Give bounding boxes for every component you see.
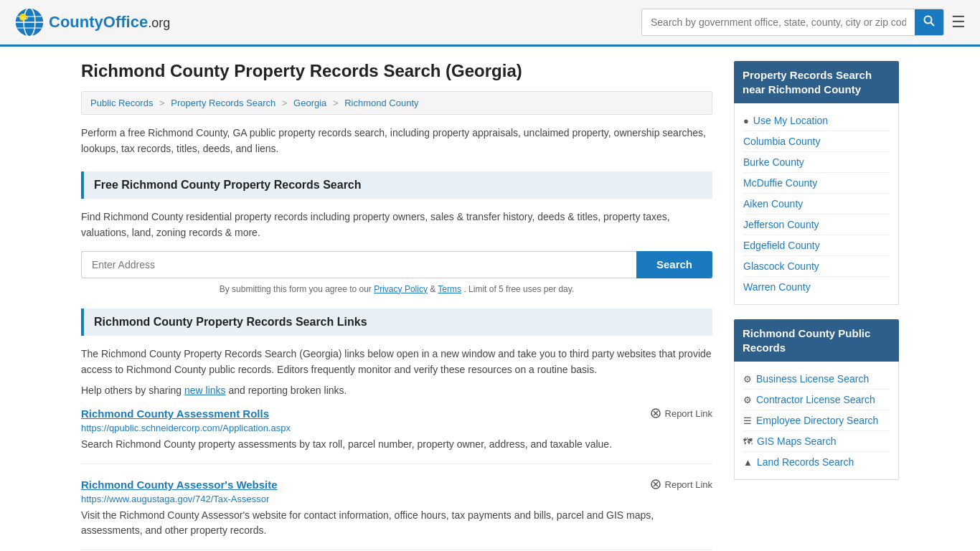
employee-directory-search-item[interactable]: ☰ Employee Directory Search [743,410,890,431]
privacy-policy-link[interactable]: Privacy Policy [374,284,428,294]
breadcrumb-georgia[interactable]: Georgia [293,98,326,108]
breadcrumb-sep3: > [333,98,339,108]
business-license-link[interactable]: Business License Search [756,373,869,385]
breadcrumb-sep1: > [159,98,165,108]
logo-icon: CO [14,7,44,37]
free-search-section: Free Richmond County Property Records Se… [81,171,712,294]
breadcrumb-richmond-county[interactable]: Richmond County [344,98,418,108]
report-link-button-2[interactable]: Report Link [650,479,712,490]
sidebar-columbia-county[interactable]: Columbia County [743,131,890,152]
main-container: Richmond County Property Records Search … [67,47,913,551]
free-search-heading: Free Richmond County Property Records Se… [81,171,712,199]
free-search-description: Find Richmond County residential propert… [81,209,712,241]
header-search-input[interactable] [642,11,915,34]
links-section: Richmond County Property Records Search … [81,309,712,551]
header-right: ☰ [641,9,966,36]
page-description: Perform a free Richmond County, GA publi… [81,125,712,157]
svg-point-8 [925,17,932,24]
search-icon [923,15,935,27]
address-input[interactable] [81,251,636,278]
links-heading: Richmond County Property Records Search … [81,309,712,336]
report-link-button-1[interactable]: Report Link [650,408,712,419]
public-records-content: ⚙ Business License Search ⚙ Contractor L… [734,362,899,480]
sidebar-burke-county[interactable]: Burke County [743,152,890,173]
breadcrumb-property-records[interactable]: Property Records Search [171,98,275,108]
header-search-button[interactable] [915,9,943,35]
link-item-header: Richmond County Assessment Rolls Report … [81,408,712,420]
gis-maps-search-item[interactable]: 🗺 GIS Maps Search [743,431,890,452]
assessment-rolls-link[interactable]: Richmond County Assessment Rolls [81,408,269,420]
sidebar: Property Records Search near Richmond Co… [734,61,899,551]
employee-directory-link[interactable]: Employee Directory Search [756,415,878,426]
svg-text:CO: CO [22,16,28,20]
link-item-header-2: Richmond County Assessor's Website Repor… [81,479,712,491]
assessor-website-link[interactable]: Richmond County Assessor's Website [81,479,278,491]
svg-line-9 [931,23,935,27]
link-item-assessor-website: Richmond County Assessor's Website Repor… [81,479,712,550]
form-disclaimer: By submitting this form you agree to our… [81,284,712,294]
new-links-link[interactable]: new links [184,385,226,396]
logo-text: CountyOffice.org [49,13,170,32]
links-description: The Richmond County Property Records Sea… [81,346,712,378]
contractor-license-search-item[interactable]: ⚙ Contractor License Search [743,390,890,410]
assessment-rolls-url: https://qpublic.schneidercorp.com/Applic… [81,423,712,433]
breadcrumb-public-records[interactable]: Public Records [90,98,153,108]
sidebar-warren-county[interactable]: Warren County [743,277,890,297]
land-records-link[interactable]: Land Records Search [757,456,854,468]
sidebar-glascock-county[interactable]: Glascock County [743,256,890,277]
header: CO CountyOffice.org ☰ [0,0,980,47]
content-area: Richmond County Property Records Search … [81,61,712,551]
sidebar-mcduffie-county[interactable]: McDuffie County [743,173,890,194]
contractor-license-icon: ⚙ [743,395,752,405]
gis-maps-link[interactable]: GIS Maps Search [757,435,837,447]
assessor-desc: Visit the Richmond County Assessor's web… [81,508,712,538]
breadcrumb: Public Records > Property Records Search… [81,91,712,115]
location-icon: ● [743,116,749,126]
nearby-content: ● Use My Location Columbia County Burke … [734,103,899,305]
page-title: Richmond County Property Records Search … [81,61,712,81]
sidebar-edgefield-county[interactable]: Edgefield County [743,235,890,256]
terms-link[interactable]: Terms [438,284,461,294]
nearby-counties-box: Property Records Search near Richmond Co… [734,61,899,305]
use-my-location-link[interactable]: Use My Location [753,115,828,126]
address-search-button[interactable]: Search [636,251,712,278]
assessor-url: https://www.augustaga.gov/742/Tax-Assess… [81,494,712,504]
link-item-assessment-rolls: Richmond County Assessment Rolls Report … [81,408,712,464]
contractor-license-link[interactable]: Contractor License Search [756,394,875,405]
help-text: Help others by sharing new links and rep… [81,385,712,396]
menu-button[interactable]: ☰ [951,14,966,30]
address-form: Search [81,251,712,278]
employee-directory-icon: ☰ [743,415,752,426]
business-license-icon: ⚙ [743,374,752,385]
nearby-title: Property Records Search near Richmond Co… [734,61,899,103]
land-records-search-item[interactable]: ▲ Land Records Search [743,452,890,472]
sidebar-jefferson-county[interactable]: Jefferson County [743,215,890,235]
business-license-search-item[interactable]: ⚙ Business License Search [743,369,890,390]
report-icon-1 [650,408,661,419]
header-search-bar [641,9,944,36]
public-records-title: Richmond County Public Records [734,319,899,362]
gis-maps-icon: 🗺 [743,436,753,447]
use-my-location-item[interactable]: ● Use My Location [743,110,890,131]
report-icon-2 [650,479,661,490]
breadcrumb-sep2: > [282,98,288,108]
assessment-rolls-desc: Search Richmond County property assessme… [81,437,712,452]
sidebar-aiken-county[interactable]: Aiken County [743,194,890,215]
logo-area: CO CountyOffice.org [14,7,170,37]
public-records-box: Richmond County Public Records ⚙ Busines… [734,319,899,480]
land-records-icon: ▲ [743,457,753,468]
